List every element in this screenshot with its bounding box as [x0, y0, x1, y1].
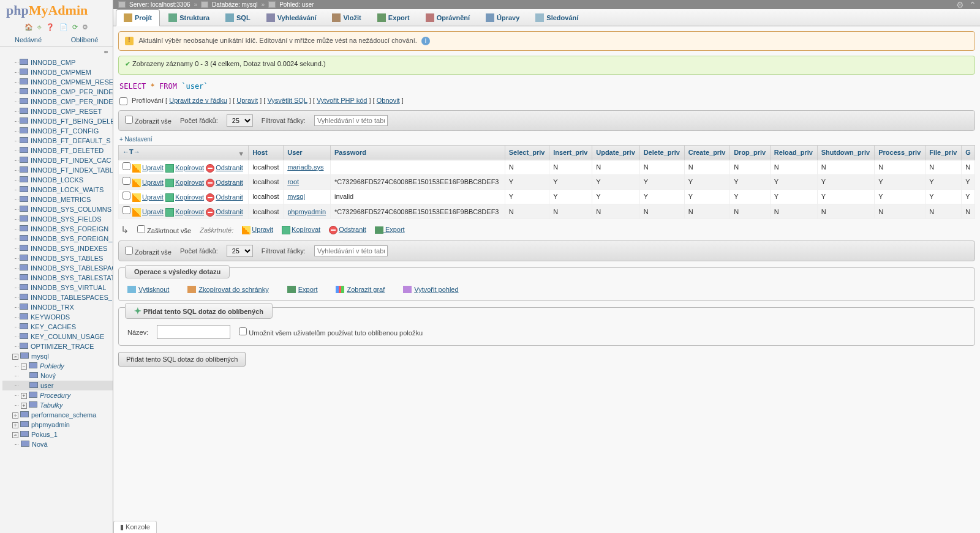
- extra-settings[interactable]: + Nastavení: [118, 133, 975, 145]
- bulk-export[interactable]: Export: [375, 226, 405, 234]
- tree-table[interactable]: INNODB_SYS_INDEXES: [2, 244, 113, 253]
- bookmark-allusers-checkbox[interactable]: [239, 327, 247, 335]
- collapse-top-icon[interactable]: ⌃: [969, 0, 976, 10]
- tree-table[interactable]: KEY_CACHES: [2, 322, 113, 332]
- row-checkbox[interactable]: [123, 162, 130, 170]
- bulk-copy[interactable]: Kopírovat: [282, 226, 320, 234]
- row-copy[interactable]: Kopírovat: [175, 193, 204, 201]
- op-chart[interactable]: Zobrazit graf: [336, 286, 385, 293]
- tree-table[interactable]: INNODB_SYS_VIRTUAL: [2, 283, 113, 293]
- reload-icon[interactable]: ⟳: [72, 23, 78, 31]
- tree-table[interactable]: INNODB_SYS_TABLESPAC: [2, 263, 113, 273]
- logo[interactable]: phpMyAdmin: [0, 0, 113, 21]
- op-clipboard[interactable]: Zkopírovat do schránky: [187, 286, 268, 293]
- tab-browse[interactable]: Projít: [116, 9, 160, 26]
- rows-select-2[interactable]: 25: [227, 245, 253, 257]
- tree-table[interactable]: INNODB_CMP_PER_INDEX_R: [2, 97, 113, 106]
- col-header[interactable]: Select_priv: [505, 145, 549, 160]
- link-inline-edit[interactable]: Upravit zde v řádku: [169, 97, 227, 104]
- col-header[interactable]: Host: [249, 145, 284, 160]
- tree-table[interactable]: INNODB_SYS_TABLESTAT: [2, 273, 113, 283]
- logout-icon[interactable]: ⎆: [37, 23, 42, 31]
- col-header[interactable]: Create_priv: [684, 145, 729, 160]
- tab-operations[interactable]: Úpravy: [478, 9, 527, 26]
- bc-view[interactable]: Pohled: user: [279, 1, 314, 8]
- row-edit[interactable]: Upravit: [142, 164, 164, 171]
- tab-privileges[interactable]: Oprávnění: [418, 9, 477, 26]
- col-header[interactable]: Process_priv: [875, 145, 925, 160]
- row-checkbox[interactable]: [123, 206, 130, 214]
- tree-table[interactable]: INNODB_LOCKS: [2, 175, 113, 185]
- link-refresh[interactable]: Obnovit: [377, 97, 400, 104]
- info-icon[interactable]: i: [421, 37, 430, 45]
- row-delete[interactable]: Odstranit: [216, 208, 243, 215]
- expand-icon[interactable]: +: [21, 393, 27, 399]
- tab-insert[interactable]: Vložit: [325, 9, 368, 26]
- collapse-icon[interactable]: ⚭: [0, 47, 113, 58]
- tree-db-pokus[interactable]: −Pokus_1: [2, 430, 113, 439]
- col-header[interactable]: Reload_priv: [770, 145, 817, 160]
- tab-tracking[interactable]: Sledování: [528, 9, 586, 26]
- col-header[interactable]: Delete_priv: [639, 145, 684, 160]
- tree-new-view[interactable]: Nový: [2, 371, 113, 381]
- op-export[interactable]: Export: [287, 286, 318, 293]
- col-header[interactable]: File_priv: [925, 145, 962, 160]
- tree-db-perf[interactable]: +performance_schema: [2, 410, 113, 420]
- expand-icon[interactable]: −: [21, 363, 27, 370]
- bc-server[interactable]: Server: localhost:3306: [129, 1, 190, 8]
- expand-icon[interactable]: +: [12, 422, 18, 428]
- row-copy[interactable]: Kopírovat: [175, 164, 204, 171]
- link-php[interactable]: Vytvořit PHP kód: [317, 97, 368, 104]
- tab-export[interactable]: Export: [370, 9, 417, 26]
- tab-favorites[interactable]: Oblíbené: [56, 34, 113, 46]
- col-header[interactable]: Drop_priv: [730, 145, 771, 160]
- tab-sql[interactable]: SQL: [218, 9, 258, 26]
- tree-table[interactable]: INNODB_FT_DELETED: [2, 146, 113, 155]
- tree-table[interactable]: INNODB_TABLESPACES_: [2, 293, 113, 302]
- expand-icon[interactable]: −: [12, 432, 18, 438]
- filter-input[interactable]: [314, 115, 388, 126]
- row-delete[interactable]: Odstranit: [216, 164, 243, 171]
- tree-table[interactable]: INNODB_FT_BEING_DELE: [2, 116, 113, 126]
- op-print[interactable]: Vytisknout: [127, 286, 169, 293]
- docs-icon[interactable]: ❓: [46, 23, 55, 31]
- expand-icon[interactable]: −: [12, 354, 18, 360]
- tree-table[interactable]: INNODB_TRX: [2, 302, 113, 312]
- tree-table[interactable]: INNODB_FT_CONFIG: [2, 126, 113, 136]
- profiling-checkbox[interactable]: [119, 97, 127, 105]
- row-edit[interactable]: Upravit: [142, 208, 164, 215]
- link-explain[interactable]: Vysvětlit SQL: [267, 97, 307, 104]
- col-header[interactable]: Insert_priv: [549, 145, 592, 160]
- row-copy[interactable]: Kopírovat: [175, 179, 204, 186]
- col-header[interactable]: G: [962, 145, 975, 160]
- op-view[interactable]: Vytvořit pohled: [403, 286, 458, 293]
- tree-table[interactable]: INNODB_CMP: [2, 58, 113, 67]
- row-checkbox[interactable]: [123, 192, 130, 199]
- expand-icon[interactable]: +: [21, 403, 27, 409]
- tree-table[interactable]: INNODB_SYS_FIELDS: [2, 214, 113, 224]
- tree-table[interactable]: INNODB_FT_INDEX_CAC: [2, 155, 113, 165]
- tree-table[interactable]: INNODB_FT_INDEX_TABL: [2, 165, 113, 175]
- tree-table[interactable]: OPTIMIZER_TRACE: [2, 341, 113, 351]
- expand-icon[interactable]: +: [12, 412, 18, 419]
- row-edit[interactable]: Upravit: [142, 193, 164, 201]
- tree-table[interactable]: INNODB_CMP_PER_INDEX: [2, 87, 113, 97]
- row-copy[interactable]: Kopírovat: [175, 208, 204, 215]
- tree-db-pma[interactable]: +phpmyadmin: [2, 420, 113, 430]
- tree-table[interactable]: KEYWORDS: [2, 312, 113, 322]
- tab-recent[interactable]: Nedávné: [0, 34, 56, 46]
- filter-input-2[interactable]: [314, 245, 388, 256]
- rows-select[interactable]: 25: [227, 114, 253, 127]
- tree-table[interactable]: INNODB_SYS_FOREIGN_: [2, 234, 113, 244]
- tree-table[interactable]: INNODB_CMP_RESET: [2, 106, 113, 116]
- col-header[interactable]: User: [284, 145, 331, 160]
- tree-tables[interactable]: +Tabulky: [2, 400, 113, 410]
- tree-views[interactable]: −Pohledy: [2, 361, 113, 371]
- tree-new-table[interactable]: Nová: [2, 439, 113, 449]
- profiling-label[interactable]: Profilování: [132, 97, 164, 104]
- row-checkbox[interactable]: [123, 177, 130, 185]
- sql-icon[interactable]: 📄: [59, 23, 68, 31]
- tree-table[interactable]: INNODB_METRICS: [2, 195, 113, 204]
- bulk-delete[interactable]: Odstranit: [329, 226, 366, 234]
- tree-db-mysql[interactable]: −mysql: [2, 351, 113, 361]
